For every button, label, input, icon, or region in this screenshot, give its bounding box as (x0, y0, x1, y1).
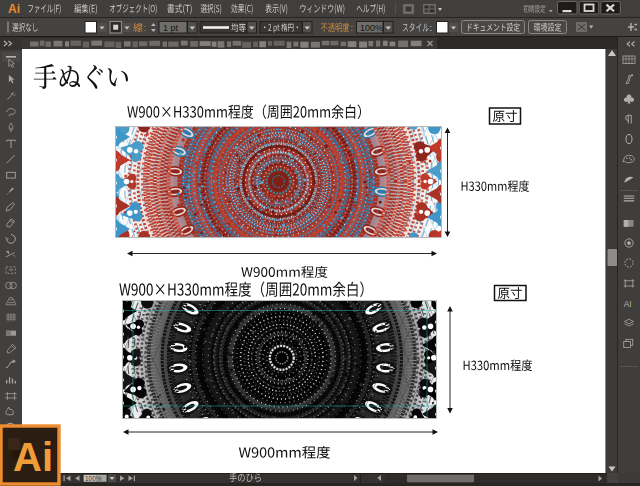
svg-text::: : (351, 23, 354, 33)
svg-text:Ai: Ai (8, 2, 20, 16)
svg-text:100%: 100% (360, 23, 383, 33)
svg-text::: : (144, 23, 147, 33)
svg-text:Ai: Ai (13, 435, 53, 479)
svg-text::: : (430, 23, 433, 33)
svg-text:1 pt: 1 pt (163, 23, 179, 33)
svg-text:AI: AI (624, 300, 632, 309)
svg-text:100%: 100% (85, 475, 102, 482)
